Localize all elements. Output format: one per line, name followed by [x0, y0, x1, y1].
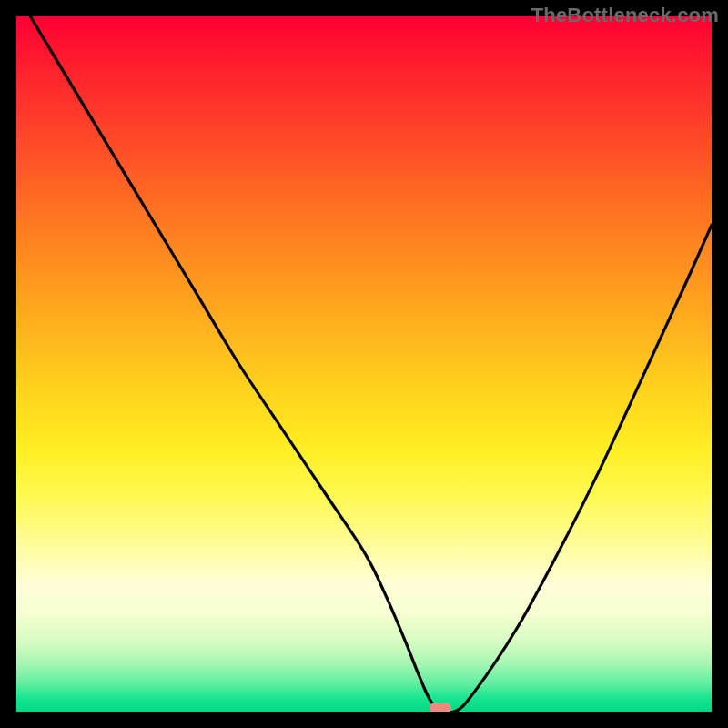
plot-area — [16, 16, 712, 712]
optimal-point-marker — [430, 703, 451, 712]
bottleneck-curve — [16, 16, 712, 712]
watermark-text: TheBottleneck.com — [531, 4, 719, 27]
chart-frame: TheBottleneck.com — [0, 0, 728, 728]
